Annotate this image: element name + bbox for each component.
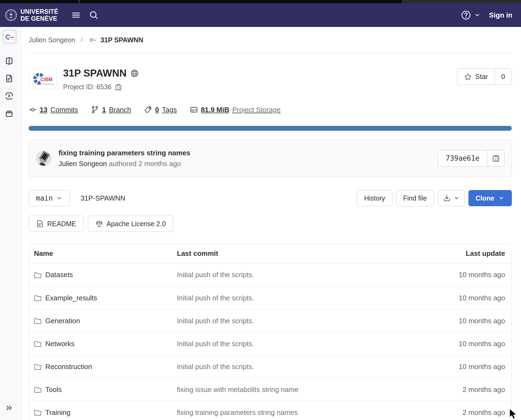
main-content: Julien Songeon CIBM 31P SPAWNN bbox=[22, 27, 521, 420]
page-title: 31P SPAWNN bbox=[63, 67, 126, 79]
chevron-down-icon bbox=[474, 12, 481, 19]
repo-root-path[interactable]: 31P-SPAWNN bbox=[81, 194, 125, 202]
unige-home-link[interactable]: UNIVERSITÉ DE GENÈVE bbox=[5, 8, 58, 22]
file-name: Reconstruction bbox=[45, 363, 92, 371]
package-icon bbox=[5, 109, 13, 118]
collapsed-sidebar: CIBM Center for Biomedical Imaging bbox=[0, 27, 22, 420]
clone-button[interactable]: Clone bbox=[468, 190, 512, 206]
file-name: Example_results bbox=[45, 294, 97, 302]
file-name: Datasets bbox=[45, 271, 73, 279]
sign-in-link[interactable]: Sign in bbox=[489, 11, 514, 19]
stat-branches[interactable]: 1Branch bbox=[91, 106, 131, 114]
svg-text:CIBM: CIBM bbox=[92, 39, 96, 41]
file-name: Networks bbox=[45, 340, 74, 348]
file-name-link[interactable]: Datasets bbox=[29, 271, 177, 279]
file-name-link[interactable]: Tools bbox=[29, 385, 177, 394]
copy-commit-hash-button[interactable] bbox=[487, 150, 504, 166]
file-last-update: 2 months ago bbox=[431, 385, 512, 394]
file-name-link[interactable]: Networks bbox=[29, 340, 177, 348]
globe-visibility-icon bbox=[130, 69, 139, 78]
readme-badge-button[interactable]: README bbox=[29, 216, 83, 232]
branch-selector[interactable]: main bbox=[29, 190, 70, 206]
table-row: Training fixing training parameters stri… bbox=[29, 401, 512, 420]
svg-text:Center for Biomedical Imaging: Center for Biomedical Imaging bbox=[36, 83, 54, 85]
commit-icon bbox=[29, 106, 37, 114]
sidebar-item-project[interactable] bbox=[3, 54, 16, 67]
table-row: Networks Initial push of the scripts. 10… bbox=[29, 332, 512, 355]
file-commit-message-link[interactable]: fixing issue with metabolits string name bbox=[177, 385, 431, 394]
help-icon bbox=[461, 10, 471, 20]
find-file-button[interactable]: Find file bbox=[396, 190, 434, 206]
commit-author-link[interactable]: Julien Songeon bbox=[59, 160, 107, 168]
project-stats: 13Commits 1Branch bbox=[29, 106, 512, 114]
scale-balance-icon bbox=[95, 220, 103, 228]
svg-text:CIBM: CIBM bbox=[40, 77, 53, 82]
file-commit-message-link[interactable]: Initial push of the scripts. bbox=[177, 294, 431, 302]
file-commit-message-link[interactable]: fixing training parameters string names bbox=[177, 408, 431, 417]
chevron-down-icon bbox=[453, 195, 460, 201]
file-table-body: Datasets Initial push of the scripts. 10… bbox=[29, 263, 512, 420]
chevron-right-icon bbox=[79, 37, 84, 43]
file-name: Training bbox=[45, 408, 70, 417]
double-chevron-right-icon bbox=[5, 404, 13, 412]
commit-title-link[interactable]: fixing training parameters string names bbox=[59, 149, 190, 157]
folder-icon bbox=[34, 271, 42, 279]
sidebar-project-avatar[interactable]: CIBM Center for Biomedical Imaging bbox=[2, 29, 17, 44]
disk-icon bbox=[190, 106, 198, 114]
star-count[interactable]: 0 bbox=[495, 69, 512, 85]
file-name-link[interactable]: Training bbox=[29, 408, 177, 417]
breadcrumb-parent-link[interactable]: Julien Songeon bbox=[29, 36, 75, 44]
file-name-link[interactable]: Generation bbox=[29, 317, 177, 325]
copy-project-id-button[interactable] bbox=[115, 83, 122, 91]
author-avatar[interactable] bbox=[36, 150, 52, 166]
file-name-link[interactable]: Example_results bbox=[29, 294, 177, 302]
sidebar-item-deploy[interactable] bbox=[3, 107, 16, 120]
file-commit-message-link[interactable]: Initial push of the scripts. bbox=[177, 363, 431, 371]
file-commit-message-link[interactable]: Initial push of the scripts. bbox=[177, 317, 431, 325]
file-name: Generation bbox=[45, 317, 80, 325]
file-commit-message-link[interactable]: Initial push of the scripts. bbox=[177, 271, 431, 279]
mouse-cursor bbox=[509, 408, 521, 420]
breadcrumb: Julien Songeon CIBM 31P SPAWNN bbox=[29, 27, 512, 53]
stat-commits[interactable]: 13Commits bbox=[29, 106, 78, 114]
branch-icon bbox=[91, 106, 99, 114]
project-cube-icon bbox=[5, 57, 13, 65]
table-row: Generation Initial push of the scripts. … bbox=[29, 309, 512, 332]
sidebar-expand-button[interactable] bbox=[3, 401, 16, 414]
file-icon bbox=[36, 220, 44, 228]
language-bar[interactable] bbox=[29, 126, 512, 131]
project-badges: README Apache License 2.0 bbox=[29, 216, 512, 232]
stat-storage[interactable]: 81.9 MiBProject Storage bbox=[190, 106, 281, 114]
history-button[interactable]: History bbox=[357, 190, 392, 206]
brand-line-1: UNIVERSITÉ bbox=[20, 8, 58, 15]
file-commit-message-link[interactable]: Initial push of the scripts. bbox=[177, 340, 431, 348]
table-row: Reconstruction Initial push of the scrip… bbox=[29, 355, 512, 378]
search-icon bbox=[89, 10, 99, 20]
file-last-update: 10 months ago bbox=[431, 363, 512, 371]
file-last-update: 10 months ago bbox=[431, 294, 512, 302]
column-header-last-update: Last update bbox=[431, 249, 512, 258]
breadcrumb-project-link[interactable]: CIBM 31P SPAWNN bbox=[88, 36, 143, 44]
column-header-last-commit: Last commit bbox=[177, 249, 431, 258]
help-menu-button[interactable] bbox=[461, 10, 481, 20]
search-button[interactable] bbox=[87, 8, 101, 22]
download-button[interactable] bbox=[438, 190, 465, 206]
folder-icon bbox=[34, 408, 42, 416]
menu-button[interactable] bbox=[69, 8, 83, 22]
file-name-link[interactable]: Reconstruction bbox=[29, 363, 177, 371]
commit-authored-when: authored 2 months ago bbox=[109, 160, 181, 168]
license-badge-button[interactable]: Apache License 2.0 bbox=[88, 216, 173, 232]
last-commit-box: fixing training parameters string names … bbox=[29, 139, 512, 177]
stat-tags[interactable]: 0Tags bbox=[144, 106, 177, 114]
folder-icon bbox=[34, 294, 42, 302]
svg-text:CIBM: CIBM bbox=[9, 36, 14, 39]
sidebar-item-code[interactable] bbox=[3, 89, 16, 102]
page: UNIVERSITÉ DE GENÈVE bbox=[0, 0, 521, 420]
strip-notch bbox=[79, 0, 80, 3]
sidebar-item-repository[interactable] bbox=[3, 72, 16, 85]
chevron-down-icon bbox=[498, 195, 505, 201]
file-table-header: Name Last commit Last update bbox=[29, 244, 512, 263]
star-button[interactable]: Star bbox=[457, 69, 495, 85]
folder-icon bbox=[34, 385, 42, 394]
brand-line-2: DE GENÈVE bbox=[20, 15, 57, 22]
